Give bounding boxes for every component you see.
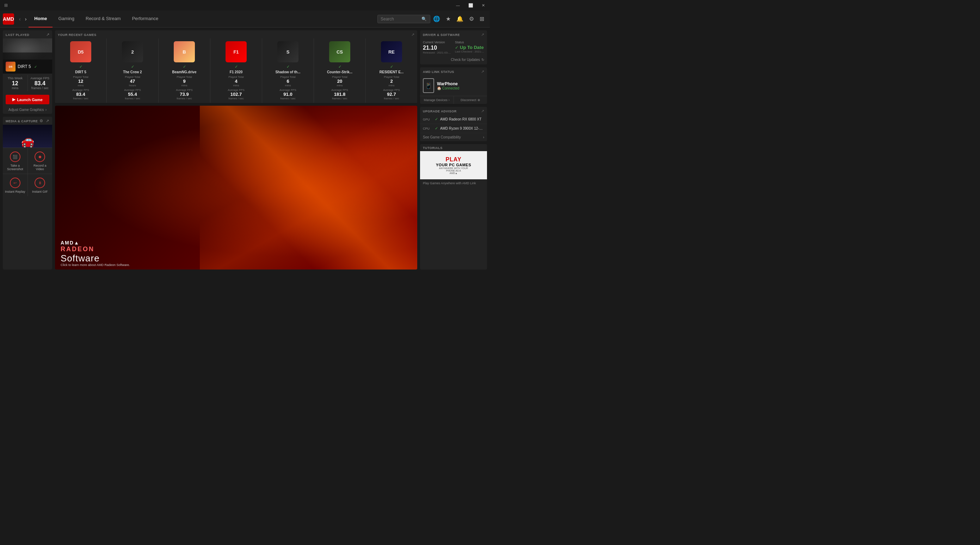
tutorial-phone-text: PHONE AS A <box>436 170 471 172</box>
manage-devices-label: Manage Devices <box>424 98 447 102</box>
last-played-game-icon: D5 <box>6 62 16 72</box>
media-capture-settings-icon[interactable]: ⚙ <box>40 119 43 123</box>
gear-icon[interactable]: ⚙ <box>466 14 477 24</box>
last-played-card: LAST PLAYED ↗ D5 DIRT 5 ✓ This Week 12 m… <box>3 30 52 114</box>
game-thumb-5: CS <box>329 41 350 62</box>
driver-software-title: DRIVER & SOFTWARE <box>423 33 460 37</box>
driver-software-card: DRIVER & SOFTWARE ↗ Current Version 21.1… <box>420 30 487 65</box>
close-button[interactable]: ✕ <box>480 2 487 8</box>
instant-gif-icon: ⏸ <box>35 178 45 188</box>
bell-icon[interactable]: 🔔 <box>453 14 466 24</box>
right-column: DRIVER & SOFTWARE ↗ Current Version 21.1… <box>420 30 487 270</box>
amd-logo-text: AMD <box>3 16 14 22</box>
media-capture-expand-icon[interactable]: ↗ <box>46 119 49 123</box>
recent-games-expand-icon[interactable]: ↗ <box>411 32 414 37</box>
game-card-6[interactable]: RE ✓ RESIDENT E... Played Total 2 mins A… <box>366 38 417 103</box>
cpu-upgrade-item: CPU ✓ AMD Ryzen 9 3900X 12-Core P... <box>420 124 487 133</box>
gpu-name: AMD Radeon RX 6800 XT <box>440 117 484 121</box>
game-card-1[interactable]: 2 ✓ The Crew 2 Played Total 47 hours Ave… <box>107 38 158 103</box>
main-content: LAST PLAYED ↗ D5 DIRT 5 ✓ This Week 12 m… <box>0 27 490 272</box>
star-icon[interactable]: ★ <box>443 14 453 24</box>
upgrade-advisor-expand-icon[interactable]: ↗ <box>481 109 484 113</box>
driver-status-row: ✓ Up To Date <box>455 45 484 50</box>
game-played-value-1: 47 <box>130 79 135 84</box>
promo-banner[interactable]: AMD▲ RADEON Software Click to learn more… <box>55 106 417 270</box>
game-thumb-6: RE <box>381 41 402 62</box>
navbar: AMD ‹ › Home Gaming Record & Stream Perf… <box>0 11 490 27</box>
amd-link-device-info: WarPhone 🏠 Connected <box>437 81 459 90</box>
cpu-name: AMD Ryzen 9 3900X 12-Core P... <box>440 127 484 130</box>
nav-tab-record[interactable]: Record & Stream <box>80 11 127 27</box>
recent-games-title: YOUR RECENT GAMES <box>58 33 97 37</box>
nav-tab-gaming[interactable]: Gaming <box>52 11 80 27</box>
game-card-5[interactable]: CS ✓ Counter-Strik... Played Total 20 mi… <box>314 38 366 103</box>
game-played-value-5: 20 <box>337 79 342 84</box>
driver-released-label: Released : 2021-03-... <box>423 51 452 54</box>
search-box[interactable]: 🔍 <box>377 15 430 23</box>
amd-logo: AMD <box>3 13 14 25</box>
tutorial-brand-text: AMD▲ <box>436 172 471 175</box>
driver-status-block: Status ✓ Up To Date Last Checked : 2021-… <box>455 41 484 54</box>
forward-button[interactable]: › <box>23 15 29 23</box>
game-thumb-4: S <box>277 41 299 62</box>
last-played-expand-icon[interactable]: ↗ <box>46 32 50 37</box>
refresh-icon: ↻ <box>481 58 484 62</box>
game-verified-icon-3: ✓ <box>235 65 238 69</box>
game-fps-unit-3: frames / sec <box>228 97 244 100</box>
globe-icon[interactable]: 🌐 <box>430 14 443 24</box>
disconnect-button[interactable]: Disconnect ⊗ <box>454 96 487 104</box>
amd-link-expand-icon[interactable]: ↗ <box>481 69 484 74</box>
gpu-label: GPU <box>423 118 433 121</box>
tutorial-your-pc-text: YOUR PC GAMES <box>436 163 471 167</box>
manage-devices-button[interactable]: Manage Devices › <box>420 96 454 104</box>
maximize-button[interactable]: ⬜ <box>466 2 476 8</box>
nav-tab-home[interactable]: Home <box>29 11 52 27</box>
nav-tab-performance[interactable]: Performance <box>127 11 164 27</box>
instant-gif-button[interactable]: ⏸ Instant GIF <box>28 174 52 196</box>
launch-game-button[interactable]: ▶ Launch Game <box>6 95 49 104</box>
device-name: WarPhone <box>437 81 459 86</box>
tutorial-banner[interactable]: PLAY YOUR PC GAMES ANYWHERE WITH YOUR PH… <box>420 151 487 179</box>
minimize-button[interactable]: — <box>454 2 462 8</box>
game-name-1: The Crew 2 <box>108 70 157 74</box>
this-week-value: 12 <box>4 81 26 86</box>
record-video-button[interactable]: ⏺ Record a Video <box>28 148 52 174</box>
promo-caption: Click to learn more about AMD Radeon Sof… <box>60 263 130 267</box>
tutorials-header: TUTORIALS <box>420 144 487 151</box>
this-week-stat: This Week 12 mins <box>3 75 28 91</box>
driver-expand-icon[interactable]: ↗ <box>481 32 484 37</box>
driver-status-label: Status <box>455 41 484 44</box>
promo-glow <box>200 106 417 270</box>
screenshot-button[interactable]: ⬛ Take a Screenshot <box>3 148 27 174</box>
last-played-game-info: D5 DIRT 5 ✓ <box>3 60 52 74</box>
check-updates-label: Check for Updates <box>451 58 480 62</box>
game-played-unit-3: mins <box>233 84 239 87</box>
game-fps-value-6: 92.7 <box>387 92 396 97</box>
game-played-unit-5: mins <box>337 84 343 87</box>
see-compatibility-button[interactable]: See Game Compatibility › <box>420 133 487 141</box>
instant-replay-icon: ↩ <box>10 178 21 188</box>
game-fps-label-0: Average FPS <box>72 89 89 92</box>
game-verified-icon-2: ✓ <box>183 65 186 69</box>
game-fps-label-4: Average FPS <box>280 89 296 92</box>
game-card-4[interactable]: S ✓ Shadow of th... Played Total 6 mins … <box>262 38 313 103</box>
game-thumb-1: 2 <box>122 41 143 62</box>
layout-icon[interactable]: ⊞ <box>477 14 487 24</box>
game-card-3[interactable]: F1 ✓ F1 2020 Played Total 4 mins Average… <box>210 38 262 103</box>
game-verified-icon-4: ✓ <box>286 65 290 69</box>
adjust-graphics-link[interactable]: Adjust Game Graphics › <box>3 106 52 114</box>
search-input[interactable] <box>380 17 419 22</box>
game-card-2[interactable]: B ✓ BeamNG.drive Played Total 9 mins Ave… <box>159 38 210 103</box>
search-icon: 🔍 <box>422 17 427 22</box>
check-updates-button[interactable]: Check for Updates ↻ <box>420 56 487 65</box>
game-card-0[interactable]: D5 ✓ DIRT 5 Played Total 12 mins Average… <box>55 38 107 103</box>
media-capture-bg-image: 🚗 <box>3 125 52 148</box>
game-fps-label-3: Average FPS <box>228 89 244 92</box>
status-check-icon: ✓ <box>455 45 458 50</box>
game-thumb-2: B <box>174 41 195 62</box>
see-compat-arrow-icon: › <box>483 135 484 139</box>
back-button[interactable]: ‹ <box>17 15 23 23</box>
driver-version-label: Current Version <box>423 41 452 44</box>
instant-replay-button[interactable]: ↩ Instant Replay <box>3 174 27 196</box>
media-capture-header: MEDIA & CAPTURE ⚙ ↗ <box>3 117 52 125</box>
